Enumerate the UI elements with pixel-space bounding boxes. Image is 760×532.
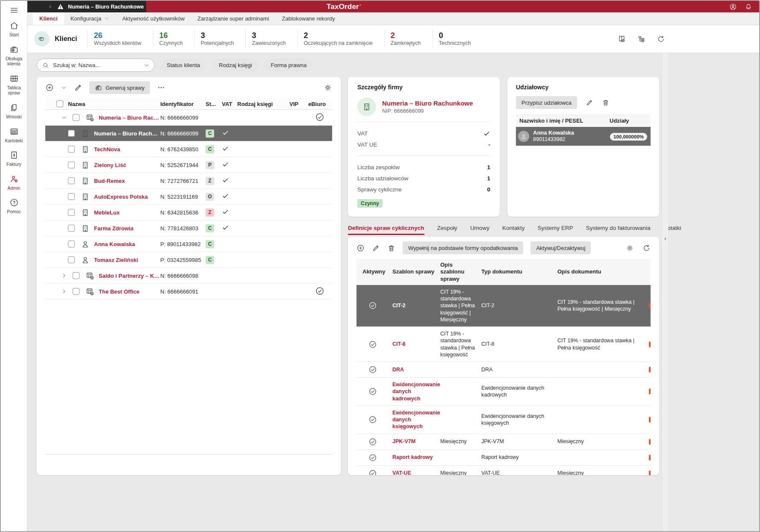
expand-panel-chevron[interactable]: ‹ — [663, 235, 668, 242]
case-template-link[interactable]: Ewidencjonowanie danych księgowych — [392, 406, 440, 434]
more-options-icon[interactable] — [157, 83, 165, 92]
expand-chevron-icon[interactable] — [61, 288, 68, 295]
case-template-link[interactable]: CIT-8 — [392, 337, 440, 351]
add-definition-icon[interactable] — [356, 244, 365, 252]
refresh-icon[interactable] — [642, 244, 651, 252]
tab-zarzadzanie-super-adminami[interactable]: Zarządzanie super adminami — [191, 12, 276, 25]
case-definition-row[interactable]: CIT-8 CIT 19% - standardowa stawka | Peł… — [356, 327, 651, 362]
client-name-link[interactable]: Numeria – Biuro Rachunkowe — [94, 130, 160, 137]
row-checkbox[interactable] — [68, 177, 75, 184]
sidebar-item-tablica-spraw[interactable]: Tablica spraw — [1, 74, 27, 96]
tab-zablokowane-rekordy[interactable]: Zablokowane rekordy — [276, 12, 342, 25]
row-action-icon[interactable] — [649, 439, 651, 444]
activate-deactivate-button[interactable]: Aktywuj/Dezaktywuj — [530, 241, 591, 254]
fill-by-tax-form-button[interactable]: Wypełnij na podstawie formy opodatkowani… — [403, 241, 523, 254]
client-row[interactable]: The Best Office N: 6666666091 — [45, 284, 332, 300]
client-name-link[interactable]: AutoExpress Polska — [94, 194, 148, 200]
client-name-link[interactable]: Farma Zdrowia — [94, 225, 133, 232]
profile-icon[interactable] — [729, 3, 737, 11]
client-name-link[interactable]: TechNova — [94, 146, 120, 153]
edit-pencil-icon[interactable] — [586, 99, 593, 106]
ebiuro-check-circle-icon[interactable] — [315, 112, 324, 122]
client-name-link[interactable]: Anna Kowalska — [94, 241, 135, 247]
case-definition-row[interactable]: Ewidencjonowanie danych kadrowych Ewiden… — [356, 378, 651, 406]
client-name-link[interactable]: The Best Office — [99, 288, 139, 295]
chevron-down-icon[interactable] — [61, 85, 67, 91]
menu-icon[interactable] — [9, 6, 19, 15]
tab-systemy-do-fakturowania[interactable]: Systemy do fakturowania — [586, 225, 651, 235]
row-action-icon[interactable] — [649, 470, 651, 475]
assign-shareholder-button[interactable]: Przypisz udziałowca — [516, 96, 577, 109]
tab-kontakty[interactable]: Kontakty — [502, 225, 525, 235]
row-action-icon[interactable] — [649, 341, 651, 347]
breadcrumb-chevron-icon[interactable] — [47, 4, 53, 9]
company-name-link[interactable]: Numeria – Biuro Rachunkowe — [382, 100, 473, 107]
client-row[interactable]: AutoExpress Polska N: 5223191169 O — [45, 189, 332, 205]
tab-systemy-erp[interactable]: Systemy ERP — [537, 225, 573, 235]
tab-klienci[interactable]: Klienci — [33, 12, 64, 25]
case-template-link[interactable]: Raport kadrowy — [392, 450, 440, 464]
shareholder-row[interactable]: Anna Kowalska 89011433982 100,000000% — [516, 127, 651, 146]
sidebar-item-pomoc[interactable]: ? Pomoc — [1, 198, 27, 215]
client-name-link[interactable]: Zielony Liść — [94, 162, 126, 168]
ebiuro-check-circle-icon[interactable] — [315, 286, 324, 296]
edit-pencil-icon[interactable] — [74, 83, 82, 92]
sidebar-item-obs-uga-klienta[interactable]: Obsługa klienta — [1, 45, 27, 67]
case-definition-row[interactable]: CIT-2 CIT 19% - standardowa stawka | Peł… — [356, 285, 651, 327]
notifications-bell-icon[interactable] — [745, 3, 752, 11]
row-action-icon[interactable] — [649, 367, 651, 373]
case-definition-row[interactable]: JPK-V7M Miesięczny JPK-V7M Miesięczny — [356, 434, 651, 450]
row-checkbox[interactable] — [68, 193, 75, 200]
case-definition-row[interactable]: Raport kadrowy Raport kadrowy — [356, 450, 651, 466]
manual-book-icon[interactable]: ? — [618, 35, 626, 43]
row-checkbox[interactable] — [68, 146, 75, 153]
row-checkbox[interactable] — [68, 225, 75, 232]
client-row[interactable]: Tomasz Zieliński P: 03242559985 C — [45, 252, 332, 268]
sidebar-item-kartoteki[interactable]: Kartoteki — [1, 127, 27, 144]
client-name-link[interactable]: MebleLux — [94, 209, 120, 216]
edit-pencil-icon[interactable] — [372, 244, 380, 252]
case-template-link[interactable]: CIT-2 — [392, 299, 440, 312]
client-row[interactable]: Saldo i Partnerzy – Kancelaria Księgowa … — [45, 268, 332, 284]
client-row[interactable]: Anna Kowalska P: 89011433982 C — [45, 236, 332, 252]
row-checkbox[interactable] — [68, 241, 75, 247]
tab-aktywnosc-uzytkownikow[interactable]: Aktywność użytkowników — [116, 12, 191, 25]
tab-definicje-spraw-cyklicznych[interactable]: Definicje spraw cyklicznych — [348, 225, 424, 235]
case-definition-row[interactable]: DRA DRA — [356, 362, 651, 378]
row-checkbox[interactable] — [68, 130, 75, 137]
row-checkbox[interactable] — [73, 272, 80, 279]
sidebar-item-admin[interactable]: Admin — [1, 174, 27, 191]
table-settings-gear-icon[interactable] — [626, 244, 634, 252]
sidebar-item-faktury[interactable]: $ Faktury — [1, 150, 27, 167]
table-settings-gear-icon[interactable] — [324, 83, 332, 92]
case-definition-row[interactable]: VAT-UE Miesięczny VAT-UE Miesięczny — [356, 466, 651, 476]
delete-trash-icon[interactable] — [387, 244, 395, 252]
row-action-icon[interactable] — [649, 417, 651, 423]
chevron-down-icon[interactable] — [143, 62, 150, 69]
refresh-icon[interactable] — [657, 35, 665, 43]
row-checkbox[interactable] — [73, 288, 80, 295]
filter-status-klienta[interactable]: Status klienta — [160, 59, 207, 72]
sidebar-item-wnioski[interactable]: Wnioski — [1, 103, 27, 120]
structure-tree-icon[interactable] — [637, 35, 645, 43]
row-checkbox[interactable] — [68, 256, 75, 263]
row-checkbox[interactable] — [68, 162, 75, 168]
expand-chevron-icon[interactable] — [61, 114, 68, 121]
client-row[interactable]: Numeria – Biuro Rachunkowe N: 6666666099… — [45, 126, 332, 141]
tab-umowy[interactable]: Umowy — [470, 225, 489, 235]
filter-forma-prawna[interactable]: Forma prawna — [264, 59, 313, 72]
generate-cases-button[interactable]: Generuj sprawy — [89, 81, 150, 94]
client-name-link[interactable]: Bud-Remex — [94, 178, 125, 184]
delete-trash-icon[interactable] — [602, 99, 610, 106]
case-template-link[interactable]: VAT-UE — [392, 466, 440, 475]
row-action-icon[interactable] — [649, 455, 651, 460]
tab-konfiguracja[interactable]: Konfiguracja — [64, 12, 116, 25]
client-row[interactable]: Farma Zdrowia N: 7781426803 C — [45, 220, 332, 236]
case-template-link[interactable]: JPK-V7M — [392, 435, 440, 448]
client-name-link[interactable]: Numeria – Biuro Rachunkowe — [99, 115, 160, 121]
search-box[interactable] — [37, 59, 155, 72]
client-row[interactable]: TechNova N: 6762439850 C — [45, 141, 332, 157]
client-name-link[interactable]: Saldo i Partnerzy – Kancelaria Księgowa — [99, 273, 160, 279]
client-row[interactable]: Bud-Remex N: 7272766721 Z — [45, 173, 332, 189]
client-row[interactable]: Zielony Liść N: 5252671944 P — [45, 157, 332, 173]
